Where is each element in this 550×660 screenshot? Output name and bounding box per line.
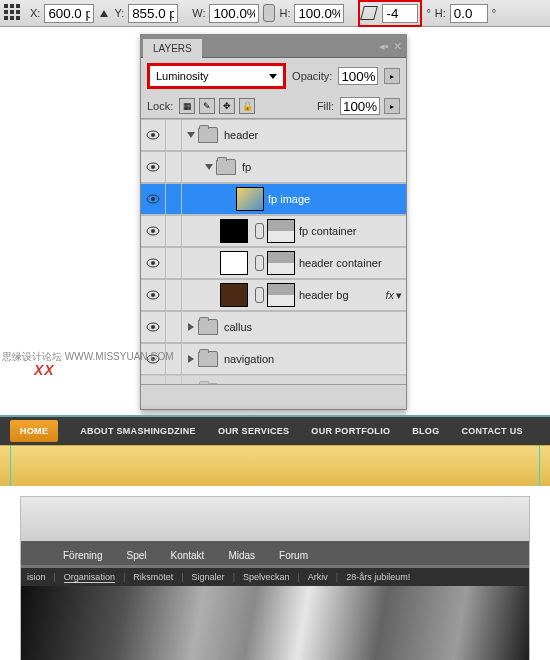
w-label: W: (192, 7, 205, 19)
y-label: Y: (114, 7, 124, 19)
rotate-icon (361, 6, 379, 20)
reference-point-icon[interactable] (4, 4, 22, 22)
options-bar: X: Y: W: H: ° H: ° (0, 0, 550, 27)
link-icon[interactable] (263, 4, 275, 22)
shear-h-input[interactable] (450, 4, 488, 23)
x-input[interactable] (44, 4, 94, 23)
angle-highlight (358, 0, 422, 27)
shear-h-label: H: (435, 7, 446, 19)
h-input[interactable] (294, 4, 344, 23)
y-input[interactable] (128, 4, 178, 23)
w-input[interactable] (209, 4, 259, 23)
delta-icon[interactable] (100, 10, 108, 17)
h-label: H: (279, 7, 290, 19)
x-label: X: (30, 7, 40, 19)
angle-input[interactable] (382, 4, 418, 23)
